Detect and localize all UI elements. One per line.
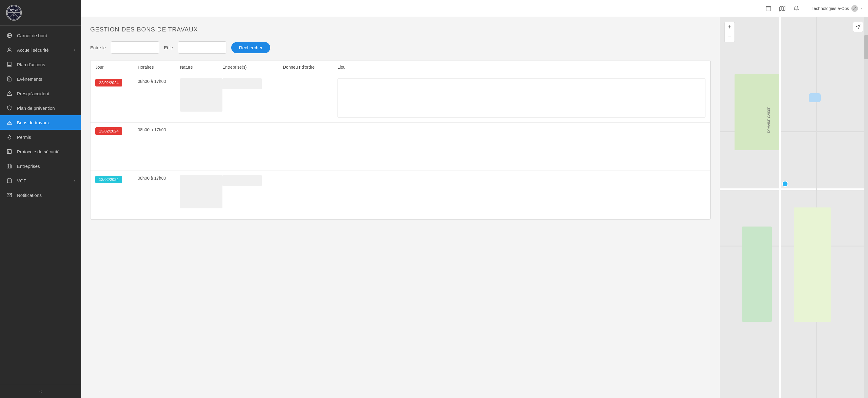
svg-rect-14: [7, 150, 11, 154]
map-icon[interactable]: [778, 4, 786, 13]
search-bar: Entre le Et le Rechercher: [90, 41, 711, 54]
search-label-from: Entre le: [90, 45, 106, 50]
user-name-label: Technologies e-Obs: [812, 6, 849, 11]
sidebar-item-carnet-de-bord[interactable]: Carnet de bord: [0, 28, 81, 43]
sidebar-navigation: Carnet de bord Accueil sécurité › Plan d…: [0, 26, 81, 385]
table-cell-horaires: 08h00 à 17h00: [138, 175, 180, 181]
topbar-divider: [806, 5, 806, 12]
svg-marker-28: [856, 25, 860, 29]
sidebar-item-protocole-securite[interactable]: Protocole de sécurité: [0, 144, 81, 159]
fire-icon: [6, 134, 13, 140]
date-badge: 22/02/2024: [95, 79, 122, 87]
person-shield-icon: [6, 46, 13, 53]
sidebar-item-bons-travaux[interactable]: Bons de travaux: [0, 115, 81, 130]
globe-icon: [6, 32, 13, 39]
sidebar-item-label: Protocole de sécurité: [17, 149, 75, 154]
topbar: Technologies e-Obs ›: [81, 0, 868, 17]
svg-rect-16: [7, 179, 11, 183]
map-scrollbar-thumb[interactable]: [864, 35, 868, 59]
sidebar-item-label: Évènements: [17, 76, 75, 82]
table-cell-nature: [180, 78, 222, 111]
table-cell-date: 12/02/2024: [95, 175, 138, 183]
sidebar-item-plan-prevention[interactable]: Plan de prévention: [0, 101, 81, 115]
svg-marker-24: [779, 6, 785, 11]
col-header-nature: Nature: [180, 65, 222, 70]
left-panel: GESTION DES BONS DE TRAVAUX Entre le Et …: [81, 17, 720, 398]
map-controls: + −: [724, 22, 735, 42]
chevron-right-icon: ›: [74, 178, 75, 183]
search-button[interactable]: Rechercher: [231, 42, 271, 53]
table-cell-nature: [180, 175, 222, 208]
main-content: Technologies e-Obs › GESTION DES BONS DE…: [81, 0, 868, 398]
sidebar-item-presquaccident[interactable]: Presqu'accident: [0, 86, 81, 101]
map-pin-button[interactable]: [853, 22, 863, 32]
calendar-icon[interactable]: [764, 4, 773, 13]
svg-rect-15: [7, 165, 12, 168]
search-input-to[interactable]: [178, 41, 226, 54]
sidebar: BAYER R Carnet de bord Accueil sécurité …: [0, 0, 81, 398]
sidebar-item-evenements[interactable]: Évènements: [0, 72, 81, 86]
collapse-icon: <: [39, 389, 42, 394]
table-row[interactable]: 12/02/2024 08h00 à 17h00: [91, 171, 710, 219]
bell-icon[interactable]: [792, 4, 801, 13]
table-row[interactable]: 13/02/2024 08h00 à 17h00: [91, 123, 710, 171]
map-panel: DOMAINE CAISSE + −: [720, 17, 868, 398]
col-header-donneur: Donneu r d'ordre: [283, 65, 337, 70]
col-header-jour: Jour: [95, 65, 138, 70]
sidebar-item-label: Plan d'actions: [17, 62, 75, 67]
helmet-icon: [6, 119, 13, 126]
svg-text:R: R: [13, 14, 14, 16]
map-zoom-in-button[interactable]: +: [724, 22, 735, 32]
table-cell-date: 22/02/2024: [95, 78, 138, 87]
sidebar-item-plan-actions[interactable]: Plan d'actions: [0, 57, 81, 72]
sidebar-collapse-button[interactable]: <: [0, 385, 81, 398]
sidebar-item-vgp[interactable]: VGP ›: [0, 173, 81, 188]
search-label-to: Et le: [164, 45, 173, 50]
topbar-arrow-icon: ›: [861, 6, 862, 11]
chevron-right-icon: ›: [74, 48, 75, 52]
map-zoom-out-button[interactable]: −: [724, 32, 735, 42]
sidebar-item-permis[interactable]: Permis: [0, 130, 81, 144]
map-scrollbar[interactable]: [864, 17, 868, 398]
svg-point-9: [8, 48, 10, 49]
protocol-icon: [6, 148, 13, 155]
table-cell-horaires: 08h00 à 17h00: [138, 127, 180, 133]
table-cell-date: 13/02/2024: [95, 127, 138, 135]
table-header-row: Jour Horaires Nature Entreprise(s) Donne…: [91, 61, 710, 74]
table-cell-horaires: 08h00 à 17h00: [138, 78, 180, 85]
map-background: DOMAINE CAISSE: [720, 17, 868, 398]
warning-icon: [6, 90, 13, 97]
svg-text:BAYER: BAYER: [10, 9, 18, 11]
sidebar-item-label: Presqu'accident: [17, 91, 75, 96]
sidebar-item-label: Entreprises: [17, 164, 75, 169]
page-title: GESTION DES BONS DE TRAVAUX: [90, 26, 711, 33]
calendar-check-icon: [6, 177, 13, 184]
building-icon: [6, 163, 13, 169]
file-text-icon: [6, 76, 13, 82]
sidebar-item-label: Plan de prévention: [17, 105, 75, 111]
bons-travaux-table: Jour Horaires Nature Entreprise(s) Donne…: [90, 60, 711, 220]
table-row[interactable]: 22/02/2024 08h00 à 17h00: [91, 74, 710, 123]
topbar-user[interactable]: Technologies e-Obs ›: [812, 5, 862, 12]
sidebar-item-entreprises[interactable]: Entreprises: [0, 159, 81, 173]
date-badge: 12/02/2024: [95, 176, 122, 183]
svg-point-27: [854, 7, 856, 8]
sidebar-item-label: Carnet de bord: [17, 33, 75, 38]
shield-icon: [6, 105, 13, 111]
col-header-horaires: Horaires: [138, 65, 180, 70]
book-icon: [6, 61, 13, 68]
search-input-from[interactable]: [111, 41, 159, 54]
col-header-entreprise: Entreprise(s): [222, 65, 283, 70]
user-avatar-icon: [851, 5, 858, 12]
date-badge: 13/02/2024: [95, 127, 122, 135]
envelope-icon: [6, 192, 13, 198]
sidebar-item-accueil-securite[interactable]: Accueil sécurité ›: [0, 43, 81, 57]
sidebar-item-notifications[interactable]: Notifications: [0, 188, 81, 202]
sidebar-item-label: VGP: [17, 178, 74, 183]
table-cell-entreprise: [222, 78, 283, 91]
table-cell-entreprise: [222, 175, 283, 188]
col-header-lieu: Lieu: [337, 65, 706, 70]
sidebar-item-label: Permis: [17, 135, 75, 140]
sidebar-item-label: Notifications: [17, 193, 75, 198]
sidebar-logo: BAYER R: [0, 0, 81, 26]
